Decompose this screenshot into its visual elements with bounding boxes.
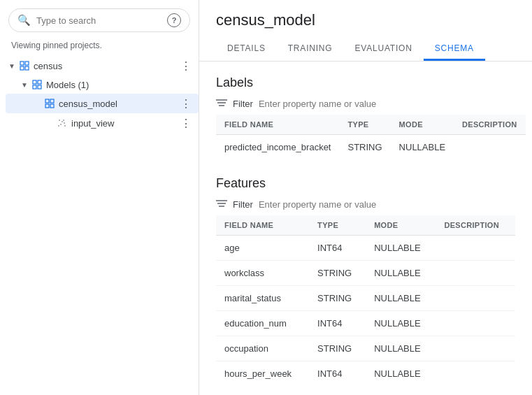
tab-bar: DETAILS TRAINING EVALUATION SCHEMA [216,38,515,61]
cell-fieldname: occupation [216,336,309,361]
svg-rect-7 [38,85,41,89]
cell-type: STRING [309,336,366,361]
cell-type: STRING [309,286,366,311]
search-icon: 🔍 [17,14,31,27]
cell-type: INT64 [309,361,366,387]
labels-col-type: Type [339,115,390,135]
svg-rect-8 [45,99,49,103]
search-input[interactable] [36,15,161,26]
table-row: age INT64 NULLABLE [216,236,515,261]
labels-filter-row: Filter [216,99,515,109]
cell-fieldname: predicted_income_bracket [216,135,339,160]
main-panel: census_model DETAILS TRAINING EVALUATION… [199,0,532,395]
svg-rect-1 [25,62,29,65]
svg-rect-11 [50,104,54,108]
svg-point-16 [64,125,66,127]
cell-fieldname: hours_per_week [216,361,309,387]
features-col-desc: Description [436,215,515,236]
svg-point-18 [63,120,64,121]
svg-point-17 [58,125,59,127]
panel-content: Labels Filter Field name Type Mode Descr… [199,62,532,395]
svg-rect-0 [20,62,24,65]
tree-label-models: Models (1) [46,80,193,90]
features-col-fieldname: Field name [216,215,309,236]
labels-col-mode: Mode [391,115,454,135]
labels-filter-icon [216,99,227,109]
cell-mode: NULLABLE [366,261,436,286]
labels-filter-input[interactable] [259,99,515,109]
cell-mode: NULLABLE [366,361,436,387]
help-icon[interactable]: ? [167,13,181,27]
svg-point-14 [60,124,62,125]
table-row: education_num INT64 NULLABLE [216,311,515,336]
cell-mode: NULLABLE [366,286,436,311]
table-row: workclass STRING NULLABLE [216,261,515,286]
svg-point-12 [59,120,60,121]
cell-type: STRING [309,261,366,286]
cell-desc [436,336,515,361]
cell-type: INT64 [309,311,366,336]
page-title: census_model [216,11,515,29]
features-filter-input[interactable] [259,199,515,210]
cell-type: STRING [339,135,390,160]
svg-rect-3 [25,66,29,70]
cell-desc [436,236,515,261]
cell-fieldname: marital_status [216,286,309,311]
cell-desc [436,361,515,387]
svg-rect-10 [45,104,49,108]
sidebar: 🔍 ? Viewing pinned projects. ▼ census ⋮ … [0,0,199,395]
tree-label-census: census [34,61,179,71]
more-menu-input-view[interactable]: ⋮ [179,116,193,130]
features-filter-label: Filter [233,199,253,210]
labels-section-title: Labels [216,76,515,90]
cell-desc [436,261,515,286]
labels-table: Field name Type Mode Description predict… [216,115,526,159]
labels-col-fieldname: Field name [216,115,339,135]
viewing-label: Viewing pinned projects. [0,38,199,56]
svg-point-15 [64,122,65,124]
tree-item-input-view[interactable]: ▼ input_view ⋮ [6,113,199,133]
more-menu-census-model[interactable]: ⋮ [179,96,193,110]
table-row: marital_status STRING NULLABLE [216,286,515,311]
tree-item-models[interactable]: ▼ Models (1) [6,76,199,94]
tab-training[interactable]: TRAINING [277,38,344,61]
cell-mode: NULLABLE [366,236,436,261]
cell-desc [436,286,515,311]
tab-details[interactable]: DETAILS [216,38,277,61]
features-col-mode: Mode [366,215,436,236]
cell-type: INT64 [309,236,366,261]
cell-desc [436,311,515,336]
svg-rect-2 [20,66,24,70]
labels-col-desc: Description [454,115,525,135]
cell-fieldname: age [216,236,309,261]
search-bar[interactable]: 🔍 ? [8,8,190,32]
features-col-type: Type [309,215,366,236]
features-table: Field name Type Mode Description age INT… [216,215,515,386]
features-filter-icon [216,199,227,210]
panel-header: census_model DETAILS TRAINING EVALUATION… [199,0,532,62]
table-row: occupation STRING NULLABLE [216,336,515,361]
tree-label-input-view: input_view [71,118,179,129]
cell-fieldname: education_num [216,311,309,336]
svg-point-13 [62,121,63,122]
table-icon-models [31,78,43,91]
cell-mode: NULLABLE [391,135,454,160]
chevron-models: ▼ [18,78,31,91]
tree-item-census[interactable]: ▼ census ⋮ [6,56,199,76]
tree-item-census-model[interactable]: ▼ census_model ⋮ [6,94,199,113]
features-section-title: Features [216,176,515,191]
chevron-census: ▼ [6,59,18,72]
tab-schema[interactable]: SCHEMA [424,38,485,61]
table-icon-census [18,59,31,72]
table-row: predicted_income_bracket STRING NULLABLE [216,135,526,160]
svg-rect-4 [33,80,36,84]
cell-mode: NULLABLE [366,336,436,361]
tab-evaluation[interactable]: EVALUATION [343,38,423,61]
table-icon-census-model [43,97,56,110]
more-menu-census[interactable]: ⋮ [179,59,193,73]
scatter-icon-input-view [56,117,69,129]
cell-mode: NULLABLE [366,311,436,336]
svg-rect-9 [50,99,54,103]
svg-rect-5 [38,80,41,84]
tree-label-census-model: census_model [59,99,179,109]
